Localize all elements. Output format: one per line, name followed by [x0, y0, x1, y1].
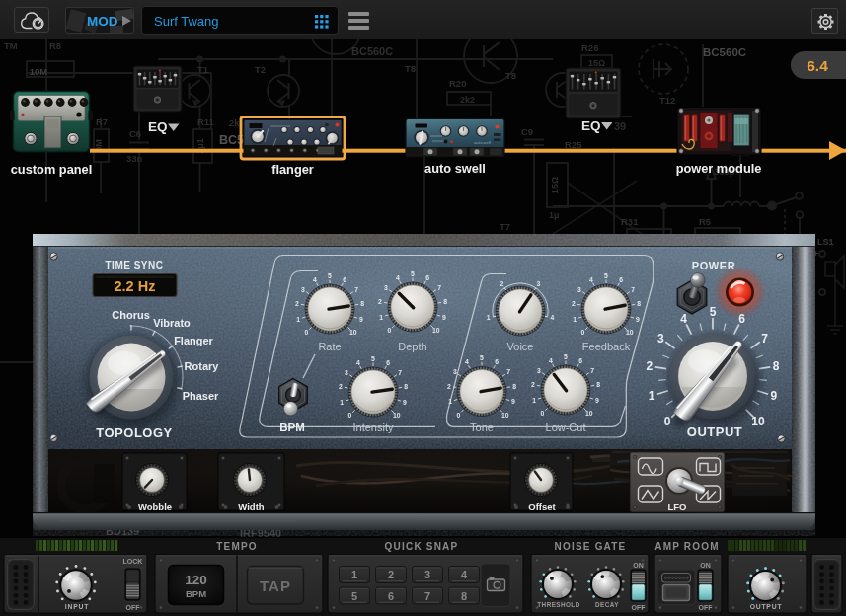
svg-text:OUTPUT: OUTPUT — [687, 424, 742, 439]
svg-text:R7: R7 — [96, 116, 108, 127]
svg-text:6: 6 — [343, 276, 346, 283]
svg-text:T2: T2 — [255, 64, 266, 75]
svg-text:10: 10 — [501, 412, 509, 419]
svg-text:2: 2 — [378, 298, 382, 305]
svg-text:9: 9 — [359, 316, 363, 323]
svg-text:4: 4 — [313, 276, 317, 283]
svg-text:Depth: Depth — [398, 341, 426, 352]
svg-text:1: 1 — [296, 316, 300, 323]
svg-text:3: 3 — [577, 286, 581, 293]
svg-text:3: 3 — [345, 369, 348, 376]
svg-text:R5: R5 — [699, 216, 712, 227]
svg-text:EQ: EQ — [148, 119, 168, 134]
svg-text:T12: T12 — [659, 95, 675, 106]
svg-text:Feedback: Feedback — [582, 341, 631, 352]
svg-text:TM: TM — [4, 40, 18, 51]
svg-text:6: 6 — [578, 357, 582, 364]
svg-text:9: 9 — [636, 316, 640, 323]
svg-text:auto swell: auto swell — [424, 161, 486, 176]
svg-text:2: 2 — [388, 569, 394, 580]
svg-text:9: 9 — [511, 398, 515, 405]
svg-text:Rate: Rate — [318, 341, 341, 352]
svg-text:THRESHOLD: THRESHOLD — [537, 601, 579, 608]
svg-text:ON: ON — [700, 562, 711, 569]
svg-text:5: 5 — [371, 355, 375, 362]
svg-text:33n: 33n — [126, 153, 143, 164]
svg-text:0: 0 — [304, 329, 308, 336]
svg-text:2: 2 — [572, 300, 576, 307]
svg-text:2.2 Hz: 2.2 Hz — [115, 278, 156, 294]
svg-text:1: 1 — [351, 569, 357, 580]
svg-text:R31: R31 — [621, 216, 639, 227]
svg-text:0: 0 — [664, 415, 671, 428]
svg-text:6.4: 6.4 — [807, 57, 828, 74]
svg-text:8: 8 — [443, 298, 447, 305]
svg-text:OFF: OFF — [632, 604, 647, 611]
svg-text:OFF: OFF — [126, 604, 141, 611]
svg-text:15Ω: 15Ω — [550, 177, 560, 193]
svg-text:3: 3 — [384, 284, 388, 291]
svg-text:Low-Cut: Low-Cut — [546, 422, 586, 433]
svg-text:4: 4 — [550, 314, 554, 321]
svg-text:10M: 10M — [30, 66, 48, 77]
svg-text:Width: Width — [238, 501, 264, 512]
svg-text:7: 7 — [437, 284, 441, 291]
svg-text:T7: T7 — [500, 221, 510, 232]
svg-text:8: 8 — [637, 300, 641, 307]
svg-text:BPM: BPM — [186, 588, 206, 599]
svg-text:Offset: Offset — [528, 501, 556, 512]
svg-text:autoswell: autoswell — [474, 140, 491, 145]
svg-text:Vibrato: Vibrato — [153, 317, 191, 329]
svg-text:8: 8 — [596, 381, 600, 388]
svg-text:4: 4 — [461, 569, 468, 580]
svg-text:ON: ON — [633, 562, 644, 569]
svg-text:BC560C: BC560C — [351, 45, 393, 57]
svg-text:flanger: flanger — [271, 162, 314, 177]
svg-text:1: 1 — [573, 316, 577, 323]
svg-text:10: 10 — [751, 415, 765, 428]
svg-text:NOISE GATE: NOISE GATE — [555, 541, 627, 552]
svg-text:TIME SYNC: TIME SYNC — [106, 260, 164, 270]
svg-text:10: 10 — [432, 327, 440, 334]
svg-text:INPUT: INPUT — [65, 603, 89, 610]
svg-text:1: 1 — [340, 399, 344, 406]
svg-text:2: 2 — [646, 359, 653, 373]
svg-text:5: 5 — [564, 353, 568, 360]
svg-text:7: 7 — [506, 368, 510, 375]
svg-text:7: 7 — [631, 286, 635, 293]
svg-text:Rotary: Rotary — [185, 360, 220, 372]
svg-text:1: 1 — [379, 314, 383, 321]
svg-text:Chorus: Chorus — [112, 309, 150, 321]
svg-text:C9: C9 — [521, 126, 533, 137]
svg-text:EQ: EQ — [581, 118, 601, 133]
svg-text:8: 8 — [404, 383, 408, 390]
svg-text:8: 8 — [360, 300, 364, 307]
svg-text:3: 3 — [537, 367, 541, 374]
svg-text:1μ: 1μ — [549, 210, 560, 220]
svg-text:BPM: BPM — [279, 422, 305, 433]
svg-text:4: 4 — [465, 358, 469, 365]
svg-text:Flanger: Flanger — [174, 335, 213, 346]
svg-text:0: 0 — [580, 329, 584, 336]
svg-text:10: 10 — [349, 329, 357, 336]
svg-text:2: 2 — [339, 383, 343, 390]
svg-text:1: 1 — [532, 397, 536, 404]
svg-text:7: 7 — [761, 332, 768, 346]
svg-text:0: 0 — [540, 410, 544, 417]
svg-text:R11: R11 — [197, 116, 215, 127]
svg-text:4: 4 — [680, 312, 687, 326]
svg-text:2: 2 — [295, 300, 299, 307]
svg-text:power module: power module — [676, 161, 762, 176]
svg-text:15Ω: 15Ω — [588, 58, 605, 68]
svg-text:7: 7 — [398, 369, 402, 376]
svg-text:QUICK SNAP: QUICK SNAP — [385, 541, 459, 552]
svg-text:5: 5 — [480, 354, 484, 361]
svg-text:1: 1 — [448, 398, 452, 405]
svg-text:5: 5 — [411, 270, 415, 277]
svg-text:6: 6 — [388, 590, 394, 602]
svg-text:3: 3 — [424, 569, 430, 580]
svg-text:1: 1 — [649, 389, 655, 403]
svg-text:R26: R26 — [581, 42, 598, 53]
svg-text:Wobble: Wobble — [138, 501, 172, 512]
svg-text:R8: R8 — [49, 40, 61, 51]
